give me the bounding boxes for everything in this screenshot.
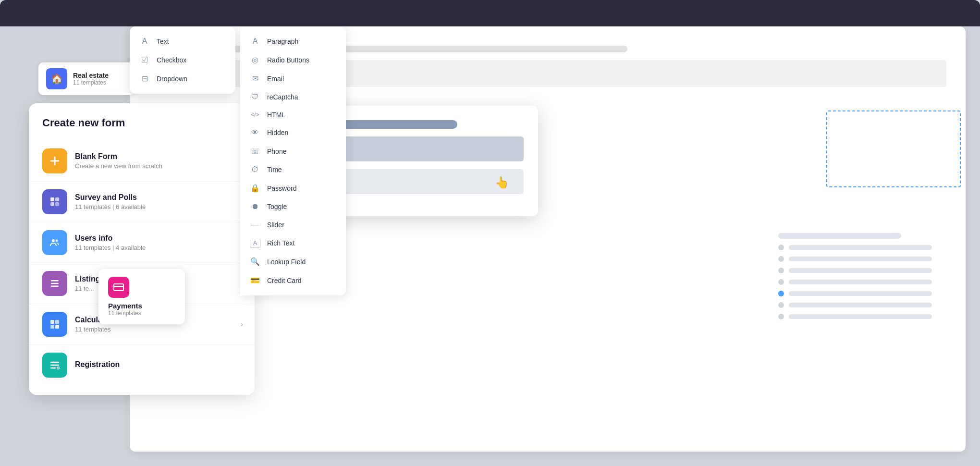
checkbox-field-icon: ☑ xyxy=(139,55,150,64)
field-item-checkbox[interactable]: ☑ Checkbox xyxy=(130,50,235,69)
lookup-label: Lookup Field xyxy=(267,258,306,266)
real-estate-card[interactable]: 🏠 Real estate 11 templates xyxy=(38,62,135,95)
svg-rect-9 xyxy=(50,320,54,324)
rp-bar-1 xyxy=(778,233,901,239)
field-item-html[interactable]: </> HTML xyxy=(240,106,346,123)
svg-point-4 xyxy=(52,239,55,242)
payments-sub: 11 templates xyxy=(108,310,175,317)
svg-point-5 xyxy=(56,240,58,242)
field-item-time[interactable]: ⏱ Time xyxy=(240,160,346,179)
blank-form-icon xyxy=(42,148,67,173)
rp-row-5 xyxy=(778,291,932,296)
registration-text: Registration xyxy=(75,360,120,370)
html-icon: </> xyxy=(250,111,260,118)
payments-popup[interactable]: Payments 11 templates xyxy=(98,269,185,324)
selection-box xyxy=(826,110,961,187)
calculators-icon xyxy=(42,312,67,337)
survey-polls-item[interactable]: Survey and Polls 11 templates | 6 availa… xyxy=(29,182,255,222)
svg-rect-10 xyxy=(55,320,59,324)
svg-rect-6 xyxy=(51,280,59,282)
payments-name: Payments xyxy=(108,302,175,310)
svg-rect-7 xyxy=(51,283,59,284)
registration-name: Registration xyxy=(75,360,120,369)
rp-line-1 xyxy=(789,245,932,250)
field-item-lookup[interactable]: 🔍 Lookup Field xyxy=(240,252,346,271)
field-item-dropdown[interactable]: ⊟ Dropdown xyxy=(130,69,235,88)
listing-name: Listing xyxy=(75,275,100,283)
toggle-icon: ⏺ xyxy=(250,202,260,211)
email-label: Email xyxy=(267,75,284,83)
creditcard-icon: 💳 xyxy=(250,276,260,285)
svg-rect-11 xyxy=(50,325,54,329)
create-form-title: Create new form xyxy=(29,117,255,141)
users-info-item[interactable]: Users info 11 templates | 4 available › xyxy=(29,222,255,263)
survey-polls-name: Survey and Polls xyxy=(75,193,146,202)
field-item-paragraph[interactable]: A Paragraph xyxy=(240,32,346,50)
rp-dot-6 xyxy=(778,302,784,308)
html-label: HTML xyxy=(267,111,285,119)
paragraph-label: Paragraph xyxy=(267,37,298,45)
calculators-sub: 11 templates xyxy=(75,326,117,333)
radio-icon: ◎ xyxy=(250,55,260,64)
rp-line-4 xyxy=(789,280,932,284)
field-item-hidden[interactable]: 👁 Hidden xyxy=(240,123,346,142)
blank-form-text: Blank Form Create a new view from scratc… xyxy=(75,152,162,170)
listing-sub: 11 te... xyxy=(75,285,100,292)
text-field-icon: A xyxy=(139,37,150,46)
real-estate-title: Real estate xyxy=(73,72,109,79)
phone-icon: ☏ xyxy=(250,147,260,156)
rp-row-1 xyxy=(778,245,932,250)
svg-rect-2 xyxy=(50,202,54,206)
dropdown-field-label: Dropdown xyxy=(157,75,187,83)
lookup-icon: 🔍 xyxy=(250,257,260,266)
time-label: Time xyxy=(267,166,282,173)
field-item-email[interactable]: ✉ Email xyxy=(240,69,346,88)
rp-line-2 xyxy=(789,257,932,261)
field-item-password[interactable]: 🔒 Password xyxy=(240,179,346,197)
svg-rect-15 xyxy=(114,286,123,287)
blank-form-name: Blank Form xyxy=(75,152,162,161)
field-item-creditcard[interactable]: 💳 Credit Card xyxy=(240,271,346,290)
email-icon: ✉ xyxy=(250,74,260,83)
creditcard-label: Credit Card xyxy=(267,277,302,284)
field-item-toggle[interactable]: ⏺ Toggle xyxy=(240,197,346,216)
rp-dot-2 xyxy=(778,256,784,262)
field-item-richtext[interactable]: A Rich Text xyxy=(240,234,346,252)
real-estate-text: Real estate 11 templates xyxy=(73,72,109,86)
create-form-panel: Create new form Blank Form Create a new … xyxy=(29,103,255,395)
slider-label: Slider xyxy=(267,221,284,229)
right-panel xyxy=(778,233,932,325)
svg-rect-0 xyxy=(50,197,54,201)
field-item-radio[interactable]: ◎ Radio Buttons xyxy=(240,50,346,69)
listing-text: Listing 11 te... xyxy=(75,275,100,292)
blank-form-sub: Create a new view from scratch xyxy=(75,162,162,170)
rp-dot-1 xyxy=(778,245,784,250)
rp-line-6 xyxy=(789,303,932,307)
recaptcha-label: reCaptcha xyxy=(267,93,298,101)
radio-label: Radio Buttons xyxy=(267,56,309,64)
field-item-phone[interactable]: ☏ Phone xyxy=(240,142,346,160)
rp-dot-5 xyxy=(778,291,784,296)
registration-item[interactable]: Registration xyxy=(29,345,255,385)
field-item-recaptcha[interactable]: 🛡 reCaptcha xyxy=(240,88,346,106)
svg-rect-12 xyxy=(55,325,59,329)
phone-label: Phone xyxy=(267,147,286,155)
svg-rect-3 xyxy=(55,202,59,206)
svg-rect-1 xyxy=(55,197,59,201)
users-info-name: Users info xyxy=(75,234,146,243)
checkbox-field-label: Checkbox xyxy=(157,56,186,64)
real-estate-subtitle: 11 templates xyxy=(73,79,109,86)
real-estate-icon: 🏠 xyxy=(46,68,67,89)
field-item-text[interactable]: A Text xyxy=(130,32,235,50)
rp-row-7 xyxy=(778,314,932,319)
top-bar xyxy=(0,0,980,26)
dropdown-field-icon: ⊟ xyxy=(139,74,150,83)
field-menu-right: A Paragraph ◎ Radio Buttons ✉ Email 🛡 re… xyxy=(240,26,346,295)
rp-dot-3 xyxy=(778,268,784,273)
field-item-slider[interactable]: — Slider xyxy=(240,216,346,234)
hidden-label: Hidden xyxy=(267,129,288,136)
recaptcha-icon: 🛡 xyxy=(250,93,260,101)
home-icon: 🏠 xyxy=(51,73,63,85)
blank-form-item[interactable]: Blank Form Create a new view from scratc… xyxy=(29,141,255,182)
slider-icon: — xyxy=(250,221,260,229)
